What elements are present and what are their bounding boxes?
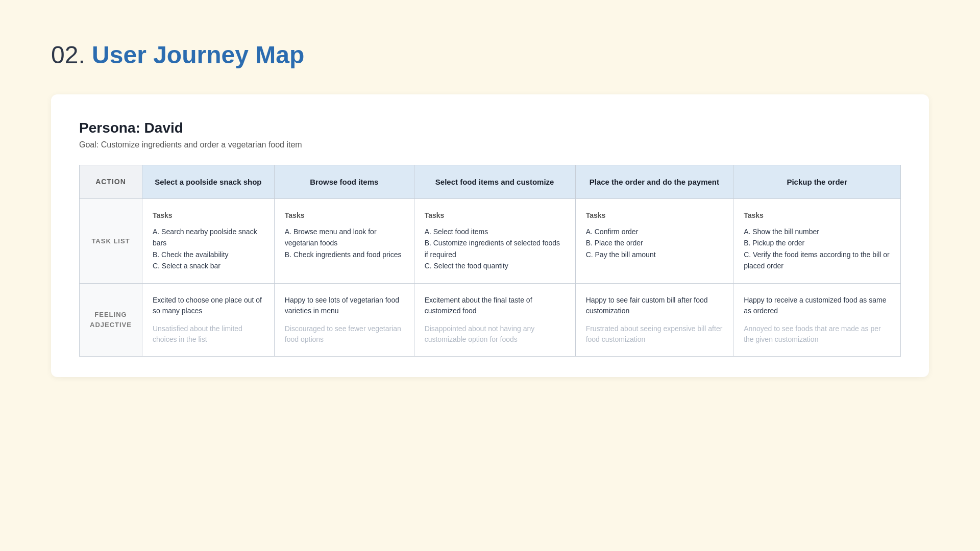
task-title-col1: Tasks — [153, 210, 264, 221]
header-col2: Browse food items — [274, 165, 414, 199]
task-list-col3: Tasks A. Select food itemsB. Customize i… — [414, 199, 575, 284]
header-col3: Select food items and customize — [414, 165, 575, 199]
task-body-col4: A. Confirm orderB. Place the orderC. Pay… — [586, 228, 656, 259]
feeling-positive-col3: Excitement about the final taste of cust… — [425, 295, 565, 316]
header-col5: Pickup the order — [733, 165, 901, 199]
header-col1: Select a poolside snack shop — [142, 165, 274, 199]
task-title-col5: Tasks — [744, 210, 890, 221]
feeling-negative-col5: Annoyed to see foods that are made as pe… — [744, 323, 890, 345]
task-title-col2: Tasks — [285, 210, 404, 221]
page-title: 02. User Journey Map — [51, 41, 929, 69]
feeling-positive-col2: Happy to see lots of vegetarian food var… — [285, 295, 404, 316]
task-list-col2: Tasks A. Browse menu and look for vegeta… — [274, 199, 414, 284]
task-body-col3: A. Select food itemsB. Customize ingredi… — [425, 228, 560, 270]
task-body-col5: A. Show the bill numberB. Pickup the ord… — [744, 228, 890, 270]
page-container: 02. User Journey Map Persona: David Goal… — [0, 0, 980, 408]
feeling-row: FEELINGADJECTIVE Excited to choose one p… — [80, 283, 901, 356]
feeling-negative-col2: Discouraged to see fewer vegetarian food… — [285, 323, 404, 345]
feeling-col1: Excited to choose one place out of so ma… — [142, 283, 274, 356]
feeling-negative-col4: Frustrated about seeing expensive bill a… — [586, 323, 723, 345]
header-action: ACTION — [80, 165, 142, 199]
header-col4: Place the order and do the payment — [575, 165, 733, 199]
task-list-row: TASK LIST Tasks A. Search nearby poolsid… — [80, 199, 901, 284]
journey-map-card: Persona: David Goal: Customize ingredien… — [51, 94, 929, 377]
feeling-positive-col1: Excited to choose one place out of so ma… — [153, 295, 264, 316]
feeling-col3: Excitement about the final taste of cust… — [414, 283, 575, 356]
feeling-col5: Happy to receive a customized food as sa… — [733, 283, 901, 356]
task-list-col1: Tasks A. Search nearby poolside snack ba… — [142, 199, 274, 284]
feeling-label: FEELINGADJECTIVE — [80, 283, 142, 356]
task-list-label: TASK LIST — [80, 199, 142, 284]
task-list-col5: Tasks A. Show the bill numberB. Pickup t… — [733, 199, 901, 284]
task-title-col4: Tasks — [586, 210, 723, 221]
persona-name: Persona: David — [79, 120, 901, 136]
journey-map-table: ACTION Select a poolside snack shop Brow… — [79, 165, 901, 357]
task-body-col1: A. Search nearby poolside snack barsB. C… — [153, 228, 257, 270]
feeling-col2: Happy to see lots of vegetarian food var… — [274, 283, 414, 356]
task-body-col2: A. Browse menu and look for vegetarian f… — [285, 228, 402, 259]
feeling-positive-col5: Happy to receive a customized food as sa… — [744, 295, 890, 316]
feeling-label-text: FEELINGADJECTIVE — [90, 311, 132, 329]
feeling-negative-col3: Disappointed about not having any custom… — [425, 323, 565, 345]
task-list-col4: Tasks A. Confirm orderB. Place the order… — [575, 199, 733, 284]
feeling-col4: Happy to see fair custom bill after food… — [575, 283, 733, 356]
feeling-negative-col1: Unsatisfied about the limited choices in… — [153, 323, 264, 345]
task-title-col3: Tasks — [425, 210, 565, 221]
persona-goal: Goal: Customize ingredients and order a … — [79, 140, 901, 149]
feeling-positive-col4: Happy to see fair custom bill after food… — [586, 295, 723, 316]
